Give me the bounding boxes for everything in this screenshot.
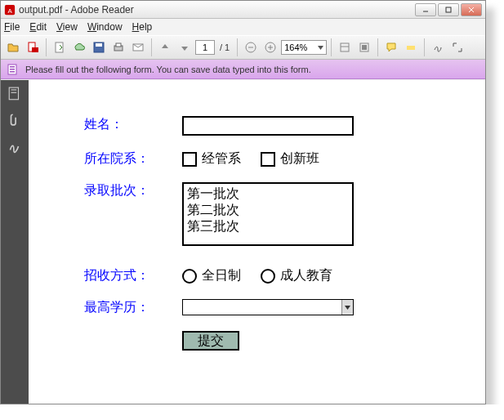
dept-opt1-label: 经管系 [202, 150, 241, 168]
menu-window[interactable]: Window [87, 21, 123, 33]
svg-text:A: A [7, 7, 12, 14]
svg-rect-12 [116, 43, 121, 47]
dept-checkbox-2[interactable] [261, 152, 275, 167]
page-total: / 1 [220, 42, 230, 52]
label-mode: 招收方式： [84, 267, 182, 284]
tool2-icon[interactable] [355, 38, 373, 56]
menubar: File Edit View Window Help [1, 19, 485, 35]
svg-rect-28 [9, 87, 18, 100]
batch-option-1[interactable]: 第一批次 [187, 185, 349, 202]
page-number-input[interactable]: 1 [195, 40, 215, 55]
form-icon [7, 64, 19, 75]
minimize-button[interactable] [415, 3, 436, 16]
infobar-message: Please fill out the following form. You … [25, 65, 311, 74]
menu-help[interactable]: Help [132, 21, 153, 33]
titlebar: A output.pdf - Adobe Reader [1, 1, 485, 19]
print-icon[interactable] [109, 38, 127, 56]
svg-rect-3 [446, 7, 451, 12]
svg-rect-26 [10, 69, 15, 70]
svg-rect-27 [10, 71, 15, 73]
attachments-icon[interactable] [7, 113, 22, 127]
dept-checkbox-1[interactable] [182, 152, 197, 167]
pdf-icon: A [4, 4, 16, 16]
submit-button[interactable]: 提交 [182, 331, 239, 351]
mode-opt1-label: 全日制 [202, 267, 241, 284]
app-window: A output.pdf - Adobe Reader File Edit Vi… [0, 0, 486, 404]
svg-rect-19 [341, 43, 349, 51]
mode-opt2-label: 成人教育 [280, 267, 332, 284]
zoom-out-icon[interactable] [242, 38, 260, 56]
edu-combobox[interactable] [182, 299, 354, 315]
batch-option-3[interactable]: 第三批次 [187, 218, 349, 235]
label-name: 姓名： [84, 116, 182, 133]
svg-rect-7 [32, 47, 38, 52]
sign-icon[interactable] [429, 38, 447, 56]
comment-icon[interactable] [382, 38, 400, 56]
toolbar: 1 / 1 164% [1, 35, 485, 60]
svg-rect-25 [10, 66, 15, 68]
save-icon[interactable] [90, 38, 108, 56]
maximize-button[interactable] [438, 3, 459, 16]
pdf-page: 姓名： 所在院系： 经管系 创新班 [29, 80, 485, 404]
mode-radio-1[interactable] [182, 269, 197, 284]
svg-rect-10 [96, 43, 102, 47]
label-dept: 所在院系： [84, 150, 182, 168]
dept-opt2-label: 创新班 [280, 150, 319, 168]
menu-file[interactable]: File [4, 21, 20, 33]
form-infobar: Please fill out the following form. You … [1, 60, 485, 79]
svg-rect-23 [407, 46, 415, 50]
label-edu: 最高学历： [84, 299, 182, 316]
batch-listbox[interactable]: 第一批次 第二批次 第三批次 [182, 182, 354, 246]
zoom-select[interactable]: 164% [281, 40, 327, 55]
page-down-icon[interactable] [176, 38, 194, 56]
name-input[interactable] [182, 116, 354, 136]
mode-radio-2[interactable] [261, 269, 275, 284]
export-icon[interactable] [51, 38, 69, 56]
chevron-down-icon [341, 300, 353, 315]
side-panel [1, 80, 29, 404]
menu-edit[interactable]: Edit [29, 21, 47, 33]
highlight-icon[interactable] [402, 38, 420, 56]
menu-view[interactable]: View [56, 21, 78, 33]
thumbnails-icon[interactable] [7, 87, 22, 101]
fullscreen-icon[interactable] [448, 38, 466, 56]
close-button[interactable] [461, 3, 482, 16]
svg-rect-29 [11, 89, 17, 90]
page-up-icon[interactable] [156, 38, 174, 56]
label-batch: 录取批次： [84, 182, 182, 199]
cloud-icon[interactable] [70, 38, 88, 56]
create-pdf-icon[interactable] [24, 38, 42, 56]
tool1-icon[interactable] [336, 38, 354, 56]
batch-option-2[interactable]: 第二批次 [187, 202, 349, 218]
svg-rect-22 [362, 45, 367, 50]
signatures-icon[interactable] [7, 139, 22, 154]
open-icon[interactable] [4, 38, 22, 56]
window-title: output.pdf - Adobe Reader [19, 4, 134, 16]
svg-rect-30 [11, 92, 17, 93]
zoom-in-icon[interactable] [261, 38, 279, 56]
mail-icon[interactable] [129, 38, 147, 56]
